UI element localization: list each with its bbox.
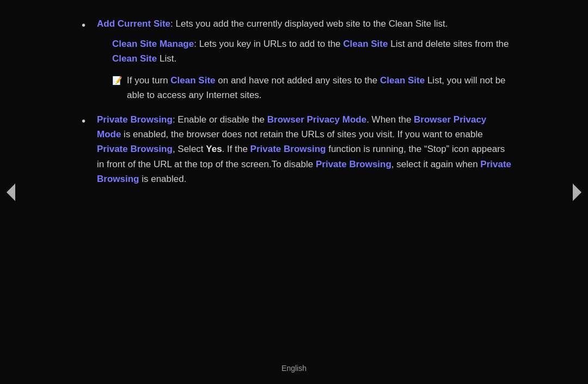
svg-marker-0: [7, 184, 15, 201]
private-browsing-para: Private Browsing: Enable or disable the …: [97, 112, 512, 186]
note-icon: 📝: [112, 74, 122, 87]
list-item-private-browsing: Private Browsing: Enable or disable the …: [82, 112, 512, 186]
clean-site-manage-block: Clean Site Manage: Lets you key in URLs …: [97, 36, 512, 66]
note-term2: Clean Site: [380, 75, 425, 86]
note-term1: Clean Site: [170, 75, 215, 86]
right-arrow-icon: [572, 182, 583, 202]
pb-text4: , Select: [173, 144, 206, 154]
add-current-site-para: Add Current Site: Lets you add the curre…: [97, 16, 512, 31]
note-text: If you turn Clean Site on and have not a…: [127, 73, 512, 102]
browser-privacy-mode-term2: Browser Privacy Mode: [267, 114, 366, 125]
list-item-add-current-site: Add Current Site: Lets you add the curre…: [82, 16, 512, 102]
pb-text5: . If the: [222, 144, 250, 154]
nav-arrow-left[interactable]: [3, 179, 19, 206]
clean-site-manage-text1: : Lets you key in URLs to add to the: [194, 39, 343, 49]
clean-site-manage-term: Clean Site Manage: [112, 39, 194, 49]
pb-text8: is enabled.: [139, 174, 186, 184]
note-text2: on and have not added any sites to the: [216, 75, 380, 86]
main-content: Add Current Site: Lets you add the curre…: [27, 0, 561, 229]
private-browsing-term7: Private Browsing: [316, 159, 391, 169]
pb-text2: . When the: [366, 114, 414, 125]
private-browsing-term4: Private Browsing: [97, 144, 173, 154]
pb-text3: is enabled, the browser does not retain …: [121, 129, 482, 139]
nav-arrow-right[interactable]: [569, 179, 585, 206]
private-browsing-term6: Private Browsing: [250, 144, 326, 154]
yes-term: Yes: [206, 144, 222, 154]
clean-site-manage-text2: List and delete sites from the: [388, 39, 509, 49]
language-label: English: [281, 364, 307, 373]
left-arrow-icon: [5, 182, 16, 202]
clean-site-manage-text3: List.: [157, 53, 176, 64]
pb-text1: : Enable or disable the: [173, 114, 267, 125]
add-current-site-def: : Lets you add the currently displayed w…: [170, 19, 448, 29]
add-current-site-term: Add Current Site: [97, 19, 170, 29]
footer-language: English: [281, 362, 307, 374]
note-text1: If you turn: [127, 75, 170, 86]
svg-marker-1: [573, 184, 581, 201]
content-list: Add Current Site: Lets you add the curre…: [82, 16, 512, 186]
clean-site-term2: Clean Site: [343, 39, 388, 49]
private-browsing-term: Private Browsing: [97, 114, 173, 125]
note-block: 📝 If you turn Clean Site on and have not…: [97, 73, 512, 102]
clean-site-term3: Clean Site: [112, 53, 157, 64]
clean-site-manage-para: Clean Site Manage: Lets you key in URLs …: [112, 36, 512, 66]
pb-text7: , select it again when: [391, 159, 480, 169]
